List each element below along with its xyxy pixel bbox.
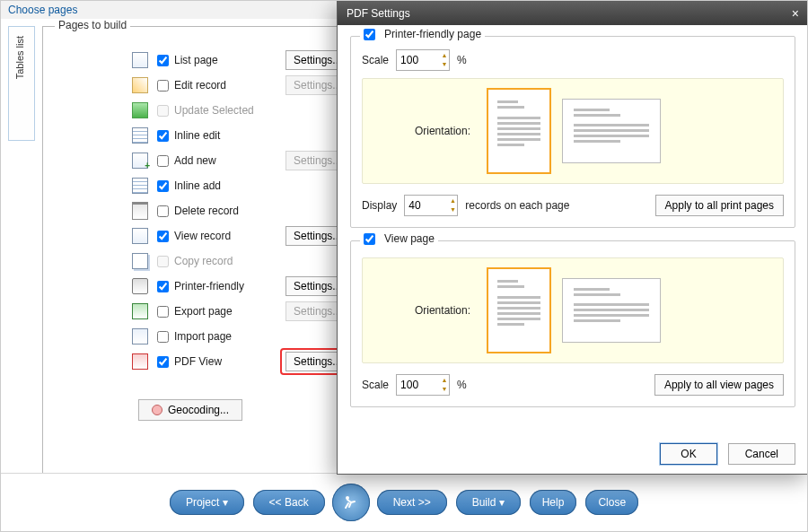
spin-down-icon[interactable]: ▼ — [448, 205, 457, 214]
scale-label: Scale — [362, 379, 389, 391]
percent-label: % — [457, 379, 467, 391]
orientation-label: Orientation: — [372, 125, 487, 137]
cancel-button[interactable]: Cancel — [728, 443, 795, 465]
spin-up-icon[interactable]: ▲ — [440, 51, 449, 60]
wizard-footer: Project ▾ << Back Next >> Build ▾ Help C… — [1, 473, 807, 531]
apply-all-print-button[interactable]: Apply to all print pages — [655, 195, 784, 216]
spin-down-icon[interactable]: ▼ — [440, 60, 449, 69]
printer-scale-stepper[interactable]: ▲▼ — [396, 49, 450, 71]
ok-button[interactable]: OK — [660, 443, 716, 465]
help-button[interactable]: Help — [530, 490, 577, 515]
display-tail: records on each page — [465, 199, 569, 212]
printer-orientation-portrait[interactable] — [487, 88, 551, 174]
view-orientation-landscape[interactable] — [562, 278, 661, 343]
pages-to-build-fieldset: Pages to build List pageSettings...Edit … — [42, 26, 338, 475]
spin-up-icon[interactable]: ▲ — [440, 376, 449, 385]
orientation-label: Orientation: — [372, 304, 487, 317]
add-icon — [132, 153, 148, 169]
run-icon[interactable] — [332, 484, 370, 521]
printer-friendly-group: Printer-friendly page Scale ▲▼ % Orienta… — [350, 36, 795, 228]
printer-friendly-legend: Printer-friendly page — [384, 28, 481, 40]
printer-friendly-checkbox[interactable] — [364, 29, 375, 40]
tables-list-label: Tables list — [14, 36, 25, 79]
tables-list-tab[interactable]: Tables list — [8, 26, 35, 141]
build-button[interactable]: Build ▾ — [456, 490, 521, 515]
percent-label: % — [457, 54, 467, 66]
printer-scale-input[interactable] — [397, 52, 440, 68]
scale-label: Scale — [362, 54, 389, 66]
fieldset-legend: Pages to build — [55, 19, 130, 31]
dialog-title: PDF Settings — [347, 7, 410, 20]
view-scale-stepper[interactable]: ▲▼ — [396, 374, 450, 396]
view-orientation-portrait[interactable] — [487, 267, 551, 353]
dialog-titlebar[interactable]: PDF Settings × — [338, 2, 808, 25]
next-button[interactable]: Next >> — [377, 490, 447, 515]
display-input[interactable] — [405, 197, 448, 214]
apply-all-view-button[interactable]: Apply to all view pages — [654, 374, 784, 396]
view-scale-input[interactable] — [397, 377, 440, 393]
display-label: Display — [362, 199, 397, 212]
pdf-settings-dialog: PDF Settings × Printer-friendly page Sca… — [337, 1, 808, 475]
view-page-group: View page Orientation: Scale ▲▼ — [350, 240, 795, 407]
printer-orientation-landscape[interactable] — [562, 99, 661, 163]
back-button[interactable]: << Back — [253, 490, 325, 515]
close-icon[interactable]: × — [792, 6, 799, 21]
spin-up-icon[interactable]: ▲ — [448, 196, 457, 205]
spin-down-icon[interactable]: ▼ — [440, 385, 449, 394]
close-button[interactable]: Close — [585, 490, 638, 515]
view-page-checkbox[interactable] — [364, 233, 375, 245]
project-button[interactable]: Project ▾ — [170, 490, 244, 515]
app-window: Choose pages Tables list Pages to build … — [0, 0, 808, 532]
display-stepper[interactable]: ▲▼ — [404, 195, 458, 216]
view-page-legend: View page — [384, 232, 435, 245]
